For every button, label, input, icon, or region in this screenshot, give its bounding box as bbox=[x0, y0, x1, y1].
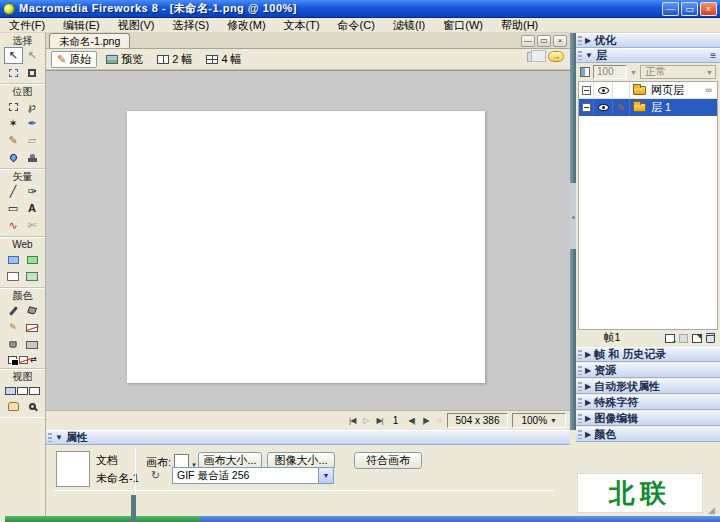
add-mask-button[interactable] bbox=[679, 334, 688, 343]
menu-select[interactable]: 选择(S) bbox=[163, 18, 218, 33]
properties-panel-header[interactable]: ▼ 属性 bbox=[46, 430, 570, 445]
stop-button[interactable]: ○ bbox=[435, 416, 443, 425]
fit-canvas-button[interactable]: 符合画布 bbox=[354, 452, 422, 469]
doc-restore-button[interactable]: ▭ bbox=[537, 35, 551, 47]
tool-export-area[interactable] bbox=[4, 64, 23, 81]
tool-eraser[interactable]: ▱ bbox=[23, 132, 42, 149]
blend-mode-select[interactable]: 正常 ▼ bbox=[640, 65, 716, 79]
opacity-input[interactable]: 100 bbox=[593, 65, 627, 79]
canvas-work-area[interactable] bbox=[46, 70, 570, 410]
opacity-dropdown-arrow-icon[interactable]: ▼ bbox=[630, 69, 637, 76]
tool-crop[interactable] bbox=[23, 64, 42, 81]
original-view-button[interactable]: ✎ 原始 bbox=[51, 51, 97, 68]
menu-modify[interactable]: 修改(M) bbox=[218, 18, 275, 33]
four-up-view-button[interactable]: 4 幅 bbox=[201, 51, 246, 68]
two-up-view-button[interactable]: 2 幅 bbox=[152, 51, 197, 68]
tool-hand[interactable] bbox=[4, 398, 23, 415]
menu-window[interactable]: 窗口(W) bbox=[434, 18, 492, 33]
layer-row-web-layer[interactable]: 网页层 ∞ bbox=[579, 82, 717, 99]
optimize-panel-header[interactable]: ▶ 优化 bbox=[576, 33, 720, 48]
tool-marquee[interactable] bbox=[4, 98, 23, 115]
stroke-color-swatch[interactable] bbox=[23, 319, 42, 336]
assets-panel-header[interactable]: ▶ 资源 bbox=[576, 363, 720, 378]
autoshape-panel-header[interactable]: ▶ 自动形状属性 bbox=[576, 379, 720, 394]
export-format-select[interactable]: GIF 最合适 256 ▼ bbox=[172, 467, 334, 484]
menu-filters[interactable]: 滤镜(I) bbox=[384, 18, 434, 33]
frames-history-panel-header[interactable]: ▶ 帧 和 历史记录 bbox=[576, 347, 720, 362]
full-screen-with-menus-button[interactable] bbox=[17, 387, 28, 395]
close-button[interactable]: × bbox=[700, 2, 717, 16]
full-screen-mode-button[interactable] bbox=[29, 387, 40, 395]
restore-button[interactable]: ▭ bbox=[681, 2, 698, 16]
delete-layer-button[interactable] bbox=[706, 333, 715, 343]
tool-blur[interactable] bbox=[4, 149, 23, 166]
first-frame-button[interactable]: |◀ bbox=[347, 416, 357, 425]
fill-color-well[interactable] bbox=[4, 336, 23, 353]
menu-bar: 文件(F) 编辑(E) 视图(V) 选择(S) 修改(M) 文本(T) 命令(C… bbox=[0, 18, 720, 33]
visibility-eye-icon[interactable] bbox=[598, 87, 609, 94]
image-editing-panel-header[interactable]: ▶ 图像编辑 bbox=[576, 411, 720, 426]
tool-zoom[interactable] bbox=[23, 398, 42, 415]
expand-toggle-icon[interactable] bbox=[582, 103, 591, 112]
expand-toggle-icon[interactable] bbox=[582, 86, 591, 95]
visibility-eye-icon[interactable] bbox=[598, 104, 609, 111]
tool-brush[interactable]: ✒ bbox=[23, 115, 42, 132]
doc-close-button[interactable]: × bbox=[553, 35, 567, 47]
tool-magic-wand[interactable]: ✶ bbox=[4, 115, 23, 132]
tool-rubber-stamp[interactable] bbox=[23, 149, 42, 166]
zoom-level-control[interactable]: 100%▼ bbox=[512, 413, 566, 428]
last-frame-button[interactable]: ▶| bbox=[374, 416, 384, 425]
panel-gripper bbox=[578, 414, 582, 423]
tool-lasso[interactable]: ℘ bbox=[23, 98, 42, 115]
standard-screen-mode-button[interactable] bbox=[5, 387, 16, 395]
swap-colors-button[interactable]: ⇄ bbox=[30, 356, 37, 364]
expanded-arrow-icon: ▼ bbox=[585, 51, 593, 60]
panel-options-menu-icon[interactable]: ≡ bbox=[710, 50, 716, 61]
layer-row-layer1-selected[interactable]: ✎ 层 1 bbox=[579, 99, 717, 116]
tool-subselection[interactable]: ↖ bbox=[23, 47, 42, 64]
tool-freeform[interactable]: ∿ bbox=[4, 217, 23, 234]
menu-view[interactable]: 视图(V) bbox=[109, 18, 164, 33]
hide-slices-button[interactable] bbox=[4, 268, 23, 285]
next-frame-button[interactable]: |▶ bbox=[420, 416, 430, 425]
autoshape-panel-title: 自动形状属性 bbox=[594, 379, 660, 394]
tool-rectangle[interactable]: ▭ bbox=[4, 200, 23, 217]
no-stroke-fill-button[interactable] bbox=[19, 356, 28, 364]
tool-paint-bucket[interactable] bbox=[23, 302, 42, 319]
colors-panel-header[interactable]: ▶ 颜色 bbox=[576, 427, 720, 442]
panel-gripper bbox=[578, 382, 582, 391]
tool-knife[interactable]: ✄ bbox=[23, 217, 42, 234]
menu-edit[interactable]: 编辑(E) bbox=[54, 18, 109, 33]
menu-commands[interactable]: 命令(C) bbox=[329, 18, 384, 33]
menu-text[interactable]: 文本(T) bbox=[275, 18, 329, 33]
play-button[interactable]: ▷ bbox=[361, 416, 370, 425]
layers-panel-header[interactable]: ▼ 层 ≡ bbox=[576, 48, 720, 63]
tool-eyedropper[interactable] bbox=[4, 302, 23, 319]
doc-minimize-button[interactable]: — bbox=[521, 35, 535, 47]
document-tab[interactable]: 未命名-1.png bbox=[49, 33, 130, 48]
tool-pen[interactable]: ✑ bbox=[23, 183, 42, 200]
special-characters-panel-header[interactable]: ▶ 特殊字符 bbox=[576, 395, 720, 410]
preview-windows-icon[interactable] bbox=[527, 52, 540, 62]
tool-pencil[interactable]: ✎ bbox=[4, 132, 23, 149]
document-type-label: 文档 bbox=[96, 453, 118, 468]
stroke-color-well[interactable]: ✎ bbox=[4, 319, 23, 336]
tool-line[interactable]: ╱ bbox=[4, 183, 23, 200]
tool-slice[interactable] bbox=[23, 251, 42, 268]
tool-text[interactable]: A bbox=[23, 200, 42, 217]
menu-help[interactable]: 帮助(H) bbox=[492, 18, 547, 33]
tool-pointer[interactable]: ↖ bbox=[4, 47, 23, 64]
document-canvas[interactable] bbox=[127, 111, 485, 383]
quick-export-button[interactable]: → bbox=[548, 51, 564, 62]
previous-frame-button[interactable]: ◀| bbox=[406, 416, 416, 425]
show-slices-button[interactable] bbox=[23, 268, 42, 285]
fill-color-swatch[interactable] bbox=[23, 336, 42, 353]
new-bitmap-image-button[interactable] bbox=[665, 334, 675, 343]
new-layer-button[interactable] bbox=[692, 334, 702, 343]
minimize-button[interactable]: — bbox=[662, 2, 679, 16]
default-colors-button[interactable] bbox=[8, 356, 17, 364]
layer-folder-icon bbox=[633, 103, 646, 112]
menu-file[interactable]: 文件(F) bbox=[0, 18, 54, 33]
preview-view-button[interactable]: 预览 bbox=[101, 51, 148, 68]
tool-hotspot[interactable] bbox=[4, 251, 23, 268]
